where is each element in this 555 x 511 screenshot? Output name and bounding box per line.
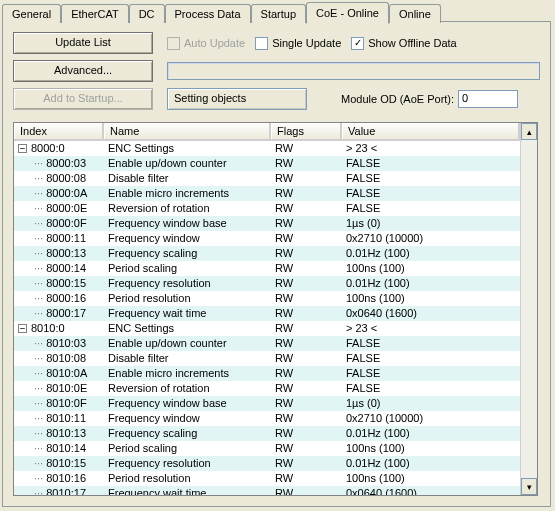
value-cell: 0x2710 (10000) [342,231,520,246]
table-row[interactable]: ··· 8010:0AEnable micro incrementsRWFALS… [14,366,520,381]
table-row[interactable]: ··· 8010:16Period resolutionRW100ns (100… [14,471,520,486]
tree-collapse-icon[interactable]: − [18,144,27,153]
tab-coe-online[interactable]: CoE - Online [306,2,389,24]
tree-group-row[interactable]: −8010:0ENC SettingsRW> 23 < [14,321,520,336]
column-header-name[interactable]: Name [104,123,271,140]
name-cell: Frequency window base [104,216,271,231]
table-row[interactable]: ··· 8000:03Enable up/down counterRWFALSE [14,156,520,171]
value-cell: FALSE [342,351,520,366]
table-row[interactable]: ··· 8000:15Frequency resolutionRW0.01Hz … [14,276,520,291]
name-cell: Disable filter [104,171,271,186]
value-cell: 0x0640 (1600) [342,306,520,321]
flags-cell: RW [271,426,342,441]
index-cell: ··· 8000:16 [34,291,86,306]
index-cell: ··· 8010:11 [34,411,86,426]
table-row[interactable]: ··· 8000:16Period resolutionRW100ns (100… [14,291,520,306]
table-row[interactable]: ··· 8000:0FFrequency window baseRW1µs (0… [14,216,520,231]
name-cell: Disable filter [104,351,271,366]
value-cell: FALSE [342,171,520,186]
value-cell: 0x2710 (10000) [342,411,520,426]
value-cell: 0.01Hz (100) [342,246,520,261]
table-row[interactable]: ··· 8010:14Period scalingRW100ns (100) [14,441,520,456]
single-update-label: Single Update [272,37,341,49]
table-row[interactable]: ··· 8000:08Disable filterRWFALSE [14,171,520,186]
index-cell: ··· 8010:17 [34,486,86,495]
tab-dc[interactable]: DC [129,4,165,23]
checkbox-box-icon [167,37,180,50]
value-cell: FALSE [342,201,520,216]
index-cell: ··· 8000:11 [34,231,86,246]
tab-online[interactable]: Online [389,4,441,23]
tab-ethercat[interactable]: EtherCAT [61,4,128,23]
value-cell: 0.01Hz (100) [342,426,520,441]
index-cell: ··· 8000:0A [34,186,87,201]
show-offline-checkbox[interactable]: ✓ Show Offline Data [351,37,456,50]
index-cell: ··· 8010:0E [34,381,87,396]
checkbox-checked-icon: ✓ [351,37,364,50]
flags-cell: RW [271,336,342,351]
flags-cell: RW [271,381,342,396]
scroll-track[interactable] [521,140,537,478]
name-cell: Enable up/down counter [104,156,271,171]
table-row[interactable]: ··· 8010:0FFrequency window baseRW1µs (0… [14,396,520,411]
column-header-value[interactable]: Value [342,123,520,140]
name-cell: Enable micro increments [104,186,271,201]
advanced-button[interactable]: Advanced... [13,60,153,82]
value-cell: 100ns (100) [342,291,520,306]
name-cell: Frequency resolution [104,276,271,291]
index-cell: ··· 8010:0F [34,396,87,411]
table-row[interactable]: ··· 8000:14Period scalingRW100ns (100) [14,261,520,276]
tab-process-data[interactable]: Process Data [165,4,251,23]
table-row[interactable]: ··· 8000:13Frequency scalingRW0.01Hz (10… [14,246,520,261]
name-cell: Enable micro increments [104,366,271,381]
value-cell: > 23 < [342,141,520,156]
name-cell: Period resolution [104,471,271,486]
tree-collapse-icon[interactable]: − [18,324,27,333]
name-cell: Frequency window [104,231,271,246]
index-cell: ··· 8000:03 [34,156,86,171]
flags-cell: RW [271,261,342,276]
flags-cell: RW [271,411,342,426]
value-cell: 1µs (0) [342,396,520,411]
name-cell: Period resolution [104,291,271,306]
flags-cell: RW [271,186,342,201]
flags-cell: RW [271,231,342,246]
scroll-up-icon[interactable]: ▴ [521,123,537,140]
index-cell: ··· 8000:0E [34,201,87,216]
column-header-flags[interactable]: Flags [271,123,342,140]
table-row[interactable]: ··· 8010:17Frequency wait timeRW0x0640 (… [14,486,520,495]
name-cell: Frequency wait time [104,486,271,495]
index-cell: ··· 8000:14 [34,261,86,276]
table-row[interactable]: ··· 8010:0EReversion of rotationRWFALSE [14,381,520,396]
flags-cell: RW [271,486,342,495]
scroll-down-icon[interactable]: ▾ [521,478,537,495]
tab-startup[interactable]: Startup [251,4,306,23]
column-header-index[interactable]: Index [14,123,104,140]
vertical-scrollbar[interactable]: ▴ ▾ [520,123,537,495]
index-cell: ··· 8000:08 [34,171,86,186]
single-update-checkbox[interactable]: Single Update [255,37,341,50]
table-row[interactable]: ··· 8010:08Disable filterRWFALSE [14,351,520,366]
module-od-label: Module OD (AoE Port): [341,93,454,105]
update-list-button[interactable]: Update List [13,32,153,54]
table-row[interactable]: ··· 8010:11Frequency windowRW0x2710 (100… [14,411,520,426]
flags-cell: RW [271,141,342,156]
table-row[interactable]: ··· 8010:13Frequency scalingRW0.01Hz (10… [14,426,520,441]
value-cell: 0.01Hz (100) [342,456,520,471]
table-row[interactable]: ··· 8000:17Frequency wait timeRW0x0640 (… [14,306,520,321]
module-od-input[interactable]: 0 [458,90,518,108]
table-row[interactable]: ··· 8000:0EReversion of rotationRWFALSE [14,201,520,216]
table-row[interactable]: ··· 8010:03Enable up/down counterRWFALSE [14,336,520,351]
name-cell: Period scaling [104,441,271,456]
tree-group-row[interactable]: −8000:0ENC SettingsRW> 23 < [14,141,520,156]
flags-cell: RW [271,396,342,411]
index-cell: ··· 8010:13 [34,426,86,441]
table-row[interactable]: ··· 8000:11Frequency windowRW0x2710 (100… [14,231,520,246]
name-cell: ENC Settings [104,321,271,336]
index-cell: ··· 8010:08 [34,351,86,366]
table-row[interactable]: ··· 8010:15Frequency resolutionRW0.01Hz … [14,456,520,471]
tab-general[interactable]: General [2,4,61,23]
flags-cell: RW [271,351,342,366]
table-row[interactable]: ··· 8000:0AEnable micro incrementsRWFALS… [14,186,520,201]
name-cell: Frequency window [104,411,271,426]
